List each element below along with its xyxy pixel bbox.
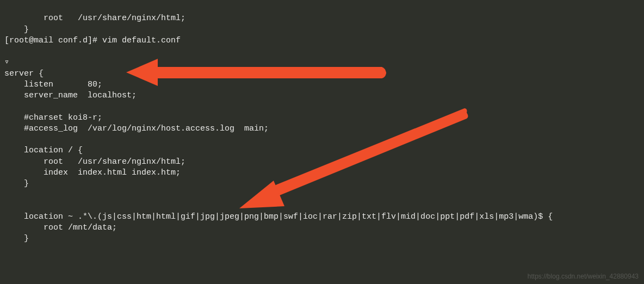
code-line: server_name localhost; (4, 91, 137, 100)
code-line: root /usr/share/nginx/html; (4, 14, 185, 23)
code-line: } (4, 25, 29, 34)
code-line: root /mnt/data; (4, 223, 117, 232)
code-line: server { (4, 69, 44, 78)
code-line: location ~ .*\.(js|css|htm|html|gif|jpg|… (4, 212, 553, 221)
code-line: } (4, 234, 29, 243)
watermark-text: https://blog.csdn.net/weixin_42880943 (528, 272, 639, 281)
code-line: location / { (4, 146, 83, 155)
terminal-output: root /usr/share/nginx/html; } [root@mail… (4, 2, 640, 245)
code-line: #charset koi8-r; (4, 113, 102, 122)
code-line: ▿ (4, 58, 9, 67)
shell-prompt-line: [root@mail conf.d]# vim default.conf (4, 36, 181, 45)
code-line: } (4, 179, 29, 188)
code-line: #access_log /var/log/nginx/host.access.l… (4, 124, 269, 133)
code-line: listen 80; (4, 80, 102, 89)
code-line: root /usr/share/nginx/html; (4, 157, 185, 166)
code-line: index index.html index.htm; (4, 168, 181, 177)
